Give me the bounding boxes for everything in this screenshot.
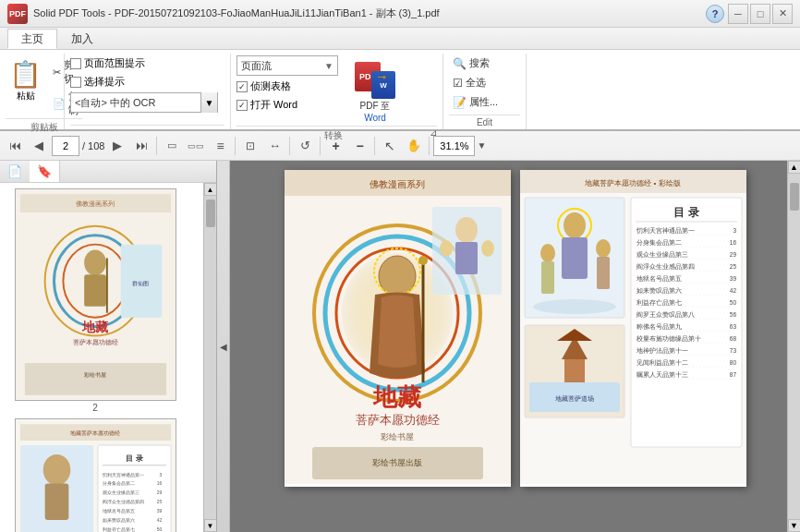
svg-text:地藏菩萨本愿功德经 • 彩绘版: 地藏菩萨本愿功德经 • 彩绘版 — [584, 179, 680, 187]
first-page-button[interactable]: ⏮ — [4, 135, 26, 157]
svg-text:目 录: 目 录 — [126, 454, 143, 463]
double-page-button[interactable]: ▭▭ — [185, 135, 207, 157]
detect-table-checkbox[interactable] — [236, 81, 248, 92]
svg-point-72 — [440, 240, 453, 257]
search-icon: 🔍 — [453, 57, 467, 70]
svg-text:菩萨本愿功德经: 菩萨本愿功德经 — [355, 413, 439, 427]
page-range-checkbox[interactable] — [70, 58, 81, 69]
pdf-to-label: PDF 至 — [360, 100, 391, 113]
close-button[interactable]: ✕ — [772, 4, 793, 24]
word-label: Word — [364, 113, 386, 123]
svg-point-79 — [564, 212, 586, 238]
thumbnail-page-3[interactable]: 地藏菩萨本愿功德经 佛陀与众人 场景图 目 录 — [6, 418, 185, 532]
svg-text:56: 56 — [729, 311, 736, 318]
page-flow-dropdown[interactable]: 页面流 ▼ — [236, 55, 338, 76]
scroll-thumb[interactable] — [790, 183, 799, 211]
select-all-button[interactable]: ☑ 全选 — [449, 75, 490, 91]
hints-group: 页面范围提示 选择提示 <自动> 中的 OCR ▼ — [65, 54, 231, 129]
sidebar-header: 📄 🔖 — [0, 161, 216, 183]
pdf-view-scrollbar[interactable]: ▲ ▼ — [787, 161, 800, 532]
open-word-checkbox[interactable] — [236, 100, 248, 111]
sidebar-scroll-thumb[interactable] — [206, 200, 215, 227]
scroll-up-button[interactable]: ▲ — [788, 161, 801, 174]
thumb-image-3: 地藏菩萨本愿功德经 佛陀与众人 场景图 目 录 — [15, 418, 176, 532]
sidebar-scroll-up[interactable]: ▲ — [204, 183, 217, 196]
page-range-check[interactable]: 页面范围提示 — [70, 55, 145, 71]
svg-rect-71 — [455, 242, 478, 274]
search-button[interactable]: 🔍 搜索 — [449, 55, 493, 71]
tab-home[interactable]: 主页 — [7, 29, 57, 49]
svg-point-85 — [533, 299, 616, 314]
svg-text:地藏菩萨道场: 地藏菩萨道场 — [554, 395, 594, 402]
pages-icon: 📄 — [7, 164, 22, 178]
svg-rect-92 — [631, 198, 742, 447]
select-hint-check[interactable]: 选择提示 — [70, 74, 125, 90]
svg-text:嘱累人天品第十三: 嘱累人天品第十三 — [636, 371, 688, 379]
svg-text:50: 50 — [729, 299, 736, 306]
page-nav: / 108 — [52, 136, 104, 156]
thumbnail-page-2[interactable]: 佛教漫画系列 地藏 菩萨本愿功德经 — [6, 188, 185, 413]
zoom-input[interactable] — [433, 136, 475, 156]
ocr-dropdown[interactable]: <自动> 中的 OCR ▼ — [70, 92, 218, 113]
scroll-view-button[interactable]: ≡ — [209, 135, 231, 157]
total-pages: / 108 — [82, 140, 104, 151]
tab-insert[interactable]: 加入 — [57, 29, 107, 49]
svg-text:分身集会品第二: 分身集会品第二 — [102, 480, 134, 486]
detect-table-check[interactable]: 侦测表格 — [236, 79, 338, 94]
open-word-check[interactable]: 打开 Word — [236, 97, 338, 113]
sidebar-content: 佛教漫画系列 地藏 菩萨本愿功德经 — [0, 183, 216, 532]
paste-button[interactable]: 📋 粘贴 — [6, 57, 45, 118]
minimize-button[interactable]: ─ — [728, 4, 748, 24]
svg-point-19 — [42, 454, 70, 486]
sidebar-tab-bookmarks[interactable]: 🔖 — [30, 161, 60, 182]
svg-text:地藏: 地藏 — [81, 320, 108, 334]
svg-text:称佛名号品第九: 称佛名号品第九 — [636, 323, 682, 330]
pdf-to-word-icon: PDF → W — [355, 58, 395, 99]
svg-text:见闻利益品第十二: 见闻利益品第十二 — [636, 359, 688, 366]
svg-text:菩萨本愿功德经: 菩萨本愿功德经 — [72, 339, 117, 345]
scroll-down-button[interactable]: ▼ — [788, 519, 801, 532]
svg-rect-80 — [562, 237, 588, 279]
svg-text:观众生业缘品第三: 观众生业缘品第三 — [102, 490, 139, 495]
svg-text:利益存亡品第七: 利益存亡品第七 — [636, 299, 682, 306]
maximize-button[interactable]: □ — [750, 4, 770, 24]
page-flow-arrow-icon: ▼ — [324, 61, 333, 71]
sidebar-panel: 📄 🔖 佛教漫画系列 — [0, 161, 217, 532]
sidebar-collapse-button[interactable]: ◀ — [217, 161, 230, 532]
prev-page-button[interactable]: ◀ — [28, 135, 50, 157]
title-bar-left: PDF Solid PDF Tools - PDF-20150721092103… — [7, 4, 440, 24]
help-button[interactable]: ? — [706, 5, 724, 23]
svg-point-60 — [379, 256, 416, 296]
page-number-input[interactable] — [52, 136, 79, 156]
thumb-num-2: 2 — [92, 403, 98, 413]
ocr-dropdown-arrow[interactable]: ▼ — [200, 92, 217, 113]
expand-icon[interactable]: ⊿ — [430, 127, 437, 144]
sidebar-tab-pages[interactable]: 📄 — [0, 161, 30, 182]
svg-point-73 — [481, 240, 494, 257]
svg-text:佛教漫画系列: 佛教漫画系列 — [370, 179, 425, 189]
svg-rect-82 — [541, 261, 554, 294]
svg-text:佛教漫画系列: 佛教漫画系列 — [76, 200, 115, 207]
pdf-to-word-button[interactable]: PDF → W PDF 至 Word — [347, 55, 403, 126]
main-area: 📄 🔖 佛教漫画系列 — [0, 161, 800, 532]
svg-text:如来赞叹品第六: 如来赞叹品第六 — [102, 517, 134, 523]
paste-icon: 📋 — [9, 59, 42, 90]
svg-text:目 录: 目 录 — [673, 206, 699, 219]
svg-text:彩绘书屋出版: 彩绘书屋出版 — [372, 458, 422, 467]
sidebar-scroll-down[interactable]: ▼ — [204, 519, 217, 532]
svg-point-63 — [418, 256, 428, 265]
select-hint-checkbox[interactable] — [70, 77, 81, 88]
svg-text:忉利天宫神通品第一: 忉利天宫神通品第一 — [636, 227, 695, 234]
single-page-button[interactable]: ▭ — [161, 135, 183, 157]
svg-text:地藏菩萨本愿功德经: 地藏菩萨本愿功德经 — [69, 430, 120, 436]
svg-rect-84 — [597, 257, 610, 289]
sidebar-scrollbar[interactable]: ▲ ▼ — [203, 183, 216, 532]
last-page-button[interactable]: ⏭ — [130, 135, 152, 157]
properties-button[interactable]: 📝 属性... — [449, 94, 502, 110]
svg-text:87: 87 — [729, 371, 736, 378]
svg-text:分身集会品第二: 分身集会品第二 — [636, 239, 682, 246]
zoom-dropdown-arrow[interactable]: ▼ — [477, 140, 486, 151]
arrow-icon: → — [375, 69, 388, 84]
next-page-button[interactable]: ▶ — [106, 135, 128, 157]
svg-text:地狱名号品第五: 地狱名号品第五 — [636, 275, 682, 282]
